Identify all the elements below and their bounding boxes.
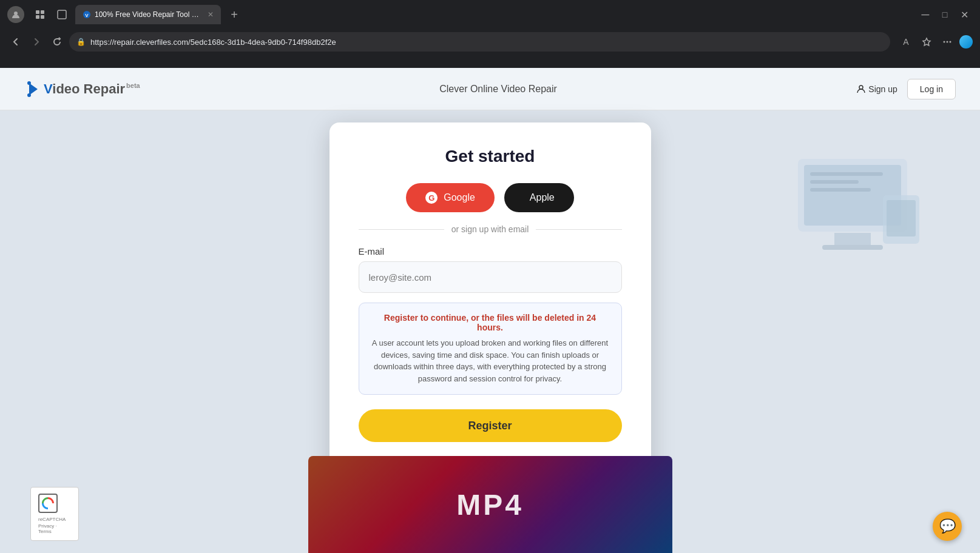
active-tab[interactable]: V 100% Free Video Repair Tool Onl... ✕ <box>75 5 221 24</box>
recaptcha-terms: Privacy · Terms <box>38 523 71 534</box>
browser-avatar <box>7 6 24 23</box>
video-overlay: MP4 <box>308 456 672 553</box>
chat-icon: 💬 <box>939 518 956 534</box>
mp4-label: MP4 <box>456 488 524 521</box>
svg-point-10 <box>947 41 948 43</box>
svg-rect-1 <box>36 10 39 14</box>
page-background: Get started G Google Apple or sign up w <box>0 110 980 553</box>
history-icon[interactable] <box>53 6 70 23</box>
ssl-lock-icon: 🔒 <box>76 38 86 46</box>
svg-rect-3 <box>36 15 39 19</box>
recaptcha-image <box>38 494 58 513</box>
modal-title: Get started <box>359 147 622 166</box>
signup-link[interactable]: Sign up <box>856 84 897 94</box>
minimize-button[interactable]: ─ <box>917 6 934 23</box>
warning-box: Register to continue, or the files will … <box>359 303 622 395</box>
warning-title: Register to continue, or the files will … <box>371 313 609 332</box>
address-bar[interactable]: 🔒 https://repair.cleverfiles.com/5edc168… <box>69 32 890 52</box>
svg-marker-8 <box>923 38 930 45</box>
tab-close-button[interactable]: ✕ <box>208 10 214 19</box>
profile-icon[interactable] <box>959 35 973 49</box>
more-options-icon[interactable] <box>939 33 956 50</box>
svg-rect-4 <box>41 15 44 19</box>
favorites-icon[interactable] <box>918 33 935 50</box>
recaptcha-widget: reCAPTCHA Privacy · Terms <box>30 487 79 541</box>
svg-rect-5 <box>58 10 66 19</box>
svg-point-13 <box>27 81 31 85</box>
new-tab-button[interactable]: + <box>226 6 243 23</box>
back-button[interactable] <box>7 33 24 50</box>
extensions-icon[interactable] <box>32 6 49 23</box>
chat-button[interactable]: 💬 <box>933 512 962 541</box>
divider-text: or sign up with email <box>451 224 529 234</box>
site-header: Video Repairbeta Clever Online Video Rep… <box>0 68 980 110</box>
google-signin-button[interactable]: G Google <box>406 183 495 212</box>
register-button[interactable]: Register <box>359 409 622 442</box>
tab-favicon: V <box>83 10 91 19</box>
window-controls <box>7 6 24 23</box>
social-buttons: G Google Apple <box>359 183 622 212</box>
site-logo[interactable]: Video Repairbeta <box>24 81 140 98</box>
google-icon: G <box>425 192 438 204</box>
email-label: E-mail <box>359 246 622 256</box>
divider-line-right <box>536 229 621 230</box>
maximize-button[interactable]: □ <box>936 6 953 23</box>
apple-signin-button[interactable]: Apple <box>504 183 574 212</box>
svg-marker-12 <box>29 83 38 95</box>
svg-point-15 <box>859 85 863 89</box>
svg-rect-2 <box>41 10 44 14</box>
signup-modal: Get started G Google Apple or sign up w <box>329 122 651 511</box>
read-mode-icon[interactable]: A <box>897 33 914 50</box>
tab-title: 100% Free Video Repair Tool Onl... <box>95 10 204 19</box>
svg-point-9 <box>944 41 945 43</box>
email-input[interactable] <box>359 261 622 293</box>
svg-point-14 <box>27 93 31 97</box>
logo-text: Video Repairbeta <box>44 81 140 97</box>
forward-button[interactable] <box>28 33 45 50</box>
divider-line-left <box>359 229 444 230</box>
svg-point-11 <box>950 41 951 43</box>
refresh-button[interactable] <box>49 33 66 50</box>
svg-text:V: V <box>85 13 89 18</box>
recaptcha-label: reCAPTCHA <box>38 517 71 522</box>
close-button[interactable]: ✕ <box>956 6 973 23</box>
video-preview: MP4 <box>308 456 672 553</box>
email-divider: or sign up with email <box>359 224 622 234</box>
warning-body: A user account lets you upload broken an… <box>371 337 609 384</box>
url-text: https://repair.cleverfiles.com/5edc168c-… <box>90 38 883 47</box>
login-button[interactable]: Log in <box>907 79 956 99</box>
header-title: Clever Online Video Repair <box>439 84 557 95</box>
